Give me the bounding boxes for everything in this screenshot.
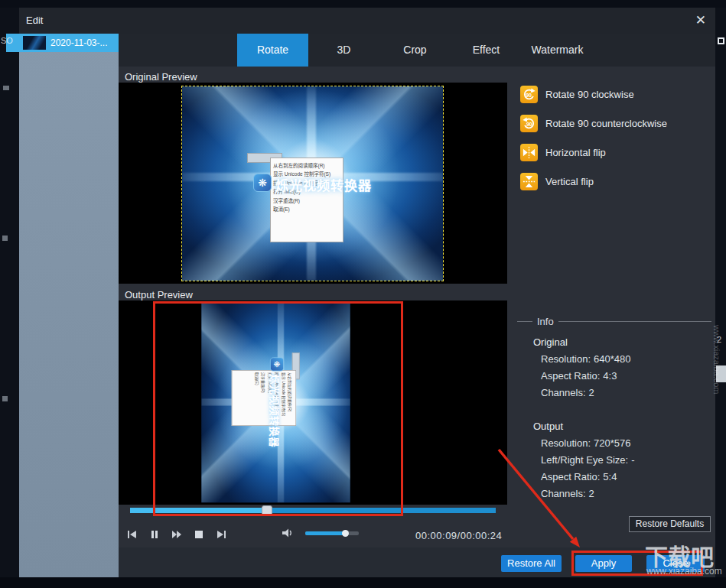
video-frame-image: 从右到左的阅读顺序(R) 显示 Unicode 控制字符(S) 插入 Unico… [182, 86, 443, 281]
rotate-ccw-icon: 90 [520, 115, 538, 132]
info-row-output-eye-size: Left/Right Eye Size:- [541, 454, 635, 466]
info-original-heading: Original [533, 336, 568, 348]
volume-fill [305, 531, 346, 535]
dialog-title: Edit [26, 15, 43, 26]
svg-text:90: 90 [526, 121, 532, 127]
background-number-fragment: 2 [717, 335, 721, 344]
stop-icon[interactable] [193, 528, 205, 541]
time-display: 00:00:09/00:00:24 [415, 530, 502, 541]
tab-effect[interactable]: Effect [451, 34, 522, 67]
close-button[interactable]: Close [646, 555, 705, 572]
background-text-fragment: SO [1, 36, 13, 45]
info-row-original-aspect: Aspect Ratio:4:3 [541, 370, 617, 382]
volume-slider[interactable] [305, 531, 359, 535]
info-row-original-resolution: Resolution:640*480 [541, 353, 631, 365]
edit-dialog: Edit ✕ 2020-11-03-... Rotate 3D Crop Eff… [19, 8, 715, 577]
rotate-90-counterclockwise-option[interactable]: 90 Rotate 90 counterclockwise [520, 114, 667, 132]
original-preview-label: Original Preview [125, 71, 197, 83]
output-preview-label: Output Preview [125, 289, 193, 300]
rotate-option-label: Rotate 90 counterclockwise [545, 118, 667, 129]
background-ui-fragment [3, 86, 9, 90]
info-section-title: Info [532, 316, 558, 327]
background-scrollbar-fragment [716, 365, 726, 382]
restore-all-button[interactable]: Restore All [501, 555, 562, 572]
video-thumbnail [23, 36, 46, 50]
svg-text:90: 90 [526, 92, 532, 98]
restore-defaults-button[interactable]: Restore Defaults [629, 516, 711, 532]
app-title-overlay: 烁光视频转换器 [269, 374, 283, 447]
file-list-item-selected[interactable]: 2020-11-03-... [19, 34, 119, 52]
fast-forward-icon[interactable] [171, 528, 183, 541]
background-ui-fragment [2, 396, 8, 401]
horizontal-flip-option[interactable]: Horizontal flip [520, 143, 606, 161]
original-video-frame: 从右到左的阅读顺序(R) 显示 Unicode 控制字符(S) 插入 Unico… [181, 86, 444, 281]
output-preview-stage: 从右到左的阅读顺序(R) 显示 Unicode 控制字符(S) 插入 Unico… [119, 300, 507, 505]
rotate-option-label: Vertical flip [545, 176, 594, 187]
video-frame-image-rotated: 从右到左的阅读顺序(R) 显示 Unicode 控制字符(S) 插入 Unico… [201, 304, 350, 503]
file-list-sidebar: 2020-11-03-... [19, 34, 119, 577]
background-window-right-strip [715, 8, 726, 588]
rotated-video-frame: 从右到左的阅读顺序(R) 显示 Unicode 控制字符(S) 插入 Unico… [200, 304, 350, 502]
skip-previous-icon[interactable] [126, 528, 138, 541]
background-window-bottom-strip [0, 577, 726, 588]
info-output-heading: Output [533, 421, 563, 432]
context-menu-overlay: 从右到左的阅读顺序(R) 显示 Unicode 控制字符(S) 插入 Unico… [270, 158, 343, 242]
context-menu-overlay: 从右到左的阅读顺序(R) 显示 Unicode 控制字符(S) 插入 Unico… [232, 370, 296, 426]
rotate-option-label: Rotate 90 clockwise [545, 89, 634, 100]
seek-bar[interactable] [130, 508, 496, 513]
file-name-label: 2020-11-03-... [50, 37, 108, 48]
info-row-output-channels: Channels:2 [541, 488, 594, 499]
seek-handle[interactable] [262, 505, 272, 515]
screenshot-root: SO 2 Edit ✕ 2020-11-03-... Rotate 3D Cro… [0, 0, 726, 588]
rotate-option-label: Horizontal flip [545, 147, 606, 158]
app-title-overlay: 烁光视频转换器 [275, 175, 372, 194]
info-row-output-aspect: Aspect Ratio:5:4 [541, 471, 617, 482]
app-logo-icon: ❋ [270, 357, 284, 371]
background-ui-fragment [2, 236, 8, 241]
info-row-original-channels: Channels:2 [541, 387, 594, 398]
background-window-icon [718, 37, 724, 44]
dialog-titlebar: Edit ✕ [19, 8, 715, 34]
rotate-cw-icon: 90 [520, 86, 538, 103]
app-logo-icon: ❋ [253, 174, 272, 192]
tab-crop[interactable]: Crop [379, 34, 451, 67]
background-window-top-strip [0, 0, 726, 8]
volume-thumb[interactable] [342, 530, 349, 537]
info-row-output-resolution: Resolution:720*576 [541, 437, 631, 449]
flip-horizontal-icon [520, 144, 538, 161]
flip-vertical-icon [520, 173, 538, 190]
original-preview-stage: 从右到左的阅读顺序(R) 显示 Unicode 控制字符(S) 插入 Unico… [119, 83, 507, 284]
apply-button[interactable]: Apply [575, 555, 632, 572]
rotate-90-clockwise-option[interactable]: 90 Rotate 90 clockwise [520, 85, 634, 103]
tab-watermark[interactable]: Watermark [522, 34, 593, 67]
volume-controls [282, 527, 359, 539]
playback-controls [126, 527, 227, 542]
skip-next-icon[interactable] [215, 528, 227, 541]
edit-tabbar: Rotate 3D Crop Effect Watermark [119, 34, 715, 67]
speaker-icon[interactable] [282, 527, 294, 539]
pause-icon[interactable] [148, 528, 161, 541]
background-window-left-strip [0, 8, 19, 588]
seek-played [130, 508, 267, 513]
tab-rotate[interactable]: Rotate [237, 34, 308, 67]
info-section-divider: Info [517, 321, 711, 322]
tab-3d[interactable]: 3D [308, 34, 379, 67]
close-icon[interactable]: ✕ [695, 13, 706, 28]
vertical-flip-option[interactable]: Vertical flip [520, 172, 594, 190]
